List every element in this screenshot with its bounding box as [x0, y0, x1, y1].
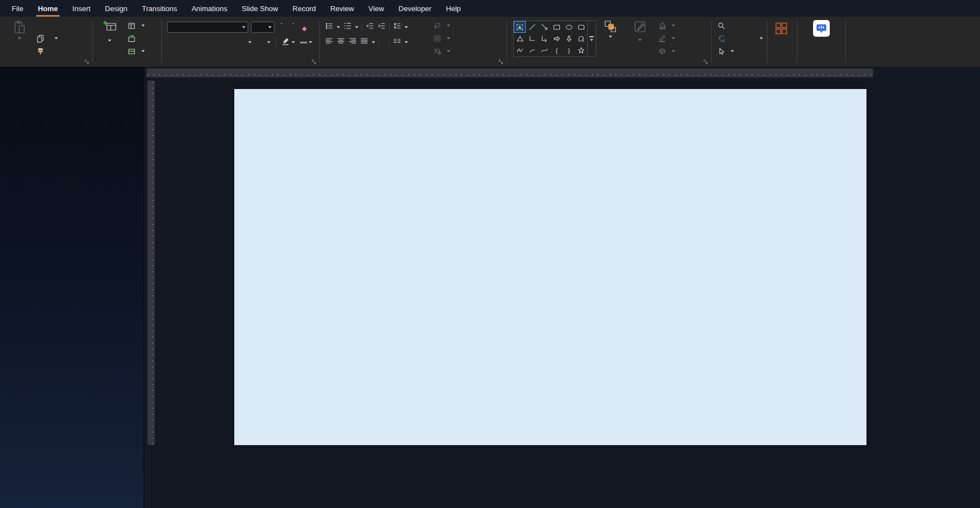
- shapes-gallery-more-button[interactable]: [587, 21, 595, 56]
- font-name-combo[interactable]: [167, 22, 248, 33]
- menu-item-help[interactable]: Help: [439, 0, 468, 17]
- shape-rounded-rectangle[interactable]: [575, 21, 587, 33]
- bullets-button[interactable]: [325, 22, 333, 32]
- select-button[interactable]: [716, 46, 765, 57]
- clipboard-dialog-launcher[interactable]: [84, 59, 90, 65]
- justify-button[interactable]: [360, 37, 368, 47]
- shrink-font-button[interactable]: ˇ: [289, 23, 298, 32]
- highlight-color-button[interactable]: [281, 37, 290, 48]
- font-color-button[interactable]: [300, 41, 307, 43]
- layout-button[interactable]: [126, 20, 146, 31]
- shape-fill-icon: [658, 22, 666, 29]
- svg-text:}: }: [568, 47, 570, 54]
- copy-button[interactable]: [35, 33, 60, 44]
- shape-line[interactable]: [526, 21, 538, 33]
- format-painter-button[interactable]: [35, 46, 60, 57]
- font-dialog-launcher[interactable]: [311, 59, 317, 65]
- drawing-dialog-launcher[interactable]: [703, 59, 708, 65]
- columns-chevron: [405, 41, 408, 43]
- find-button[interactable]: [716, 20, 765, 31]
- shape-curve[interactable]: [538, 45, 550, 56]
- replace-button[interactable]: bc: [716, 33, 765, 44]
- paragraph-dialog-launcher[interactable]: [498, 59, 504, 65]
- section-chevron: [141, 50, 145, 52]
- arrange-button[interactable]: [595, 20, 626, 38]
- line-spacing-button[interactable]: [393, 22, 401, 32]
- commands-group: [798, 17, 845, 67]
- menu-item-record[interactable]: Record: [285, 0, 323, 17]
- shape-outline-icon: [658, 34, 666, 42]
- slide-subheading[interactable]: [234, 316, 866, 325]
- font-size-combo[interactable]: [251, 22, 274, 33]
- svg-text:c: c: [723, 38, 725, 42]
- text-direction-button[interactable]: [432, 20, 452, 31]
- shape-effects-button[interactable]: [657, 46, 677, 57]
- grow-font-button[interactable]: ˆ: [277, 23, 286, 32]
- addins-group: [768, 17, 795, 67]
- eraser-icon: [302, 26, 307, 31]
- align-left-button[interactable]: [325, 37, 333, 47]
- new-slide-button[interactable]: [96, 20, 124, 43]
- clear-formatting-button[interactable]: [301, 24, 309, 31]
- horizontal-ruler[interactable]: [146, 68, 873, 77]
- character-spacing-chevron: [248, 41, 252, 43]
- shape-arc[interactable]: [526, 45, 538, 56]
- menu-item-design[interactable]: Design: [98, 0, 135, 17]
- font-group: ˆ ˇ: [164, 17, 318, 67]
- clipboard-group: [3, 17, 91, 67]
- slide-canvas[interactable]: [234, 89, 866, 445]
- menu-item-view[interactable]: View: [361, 0, 391, 17]
- menu-item-developer[interactable]: Developer: [391, 0, 439, 17]
- menu-item-file[interactable]: File: [4, 0, 31, 17]
- reset-button[interactable]: [126, 33, 146, 44]
- shape-scribble[interactable]: [514, 45, 526, 56]
- shape-elbow-arrow-connector[interactable]: [538, 33, 550, 45]
- vertical-ruler[interactable]: [147, 81, 155, 445]
- columns-button[interactable]: [393, 37, 401, 47]
- shape-oval[interactable]: [563, 21, 575, 33]
- select-chevron: [731, 50, 734, 52]
- menu-item-insert[interactable]: Insert: [65, 0, 98, 17]
- decrease-indent-button[interactable]: [366, 22, 374, 32]
- menu-item-review[interactable]: Review: [323, 0, 361, 17]
- shape-textbox[interactable]: A: [514, 21, 526, 33]
- align-text-button[interactable]: [432, 33, 452, 44]
- format-painter-icon: [36, 47, 45, 56]
- menu-bar: FileHomeInsertDesignTransitionsAnimation…: [0, 0, 980, 17]
- editing-group: bc: [715, 17, 766, 67]
- shape-down-arrow[interactable]: [563, 33, 575, 45]
- line-spacing-chevron: [405, 26, 408, 28]
- section-button[interactable]: [126, 46, 146, 57]
- shape-left-brace[interactable]: {: [550, 45, 563, 56]
- find-icon: [717, 22, 726, 30]
- shape-arrow[interactable]: [538, 21, 550, 33]
- menu-item-slide-show[interactable]: Slide Show: [234, 0, 285, 17]
- quick-styles-button[interactable]: [627, 20, 653, 43]
- numbering-button[interactable]: [343, 22, 352, 32]
- drawing-group: A { }: [509, 17, 710, 67]
- convert-smartart-button[interactable]: [432, 46, 452, 57]
- shape-right-arrow[interactable]: [550, 33, 563, 45]
- shape-partial-circle[interactable]: [575, 33, 587, 45]
- shape-outline-button[interactable]: [657, 33, 677, 44]
- addins-button[interactable]: [769, 21, 794, 37]
- align-center-button[interactable]: [337, 37, 345, 47]
- shape-elbow-connector[interactable]: [526, 33, 538, 45]
- highlight-color-chevron: [292, 41, 295, 43]
- increase-indent-button[interactable]: [377, 22, 386, 32]
- layout-icon: [127, 22, 136, 30]
- align-right-button[interactable]: [348, 37, 357, 47]
- shape-fill-button[interactable]: [657, 20, 677, 31]
- shape-star[interactable]: [575, 45, 587, 56]
- slidesai-button[interactable]: [808, 20, 835, 38]
- paste-button[interactable]: [7, 20, 32, 40]
- shape-right-brace[interactable]: }: [563, 45, 575, 56]
- new-slide-icon: [102, 20, 117, 34]
- shape-triangle[interactable]: [514, 33, 526, 45]
- menu-item-home[interactable]: Home: [31, 0, 65, 17]
- select-cursor-icon: [717, 47, 725, 56]
- shape-rectangle[interactable]: [550, 21, 563, 33]
- cut-button[interactable]: [35, 20, 60, 31]
- menu-item-animations[interactable]: Animations: [184, 0, 234, 17]
- menu-item-transitions[interactable]: Transitions: [135, 0, 184, 17]
